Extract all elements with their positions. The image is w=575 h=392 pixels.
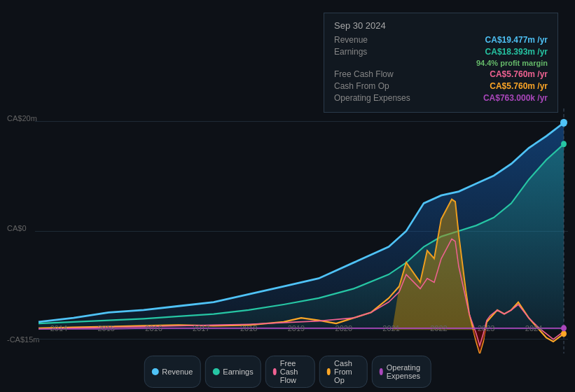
revenue-cursor-dot: [560, 119, 567, 127]
tooltip-date: Sep 30 2024: [334, 20, 548, 31]
x-label-2021: 2021: [382, 324, 399, 332]
data-tooltip: Sep 30 2024 Revenue CA$19.477m /yr Earni…: [324, 13, 558, 113]
x-label-2024: 2024: [525, 324, 542, 332]
legend-cashfromop[interactable]: Cash From Op: [319, 356, 367, 388]
legend-earnings-dot: [212, 368, 219, 375]
earnings-cursor-dot: [561, 141, 567, 147]
legend-freecashflow-dot: [273, 368, 277, 375]
tooltip-margin: 94.4% profit margin: [334, 59, 548, 67]
legend-opex-dot: [379, 368, 382, 375]
tooltip-earnings: Earnings CA$18.393m /yr: [334, 47, 548, 57]
tooltip-cashfromop: Cash From Op CA$5.760m /yr: [334, 81, 548, 91]
legend-revenue-dot: [151, 368, 158, 375]
x-label-2022: 2022: [430, 324, 447, 332]
legend-revenue[interactable]: Revenue: [144, 356, 200, 388]
legend-revenue-label: Revenue: [162, 368, 193, 376]
legend-earnings[interactable]: Earnings: [205, 356, 261, 388]
legend-opex[interactable]: Operating Expenses: [371, 356, 431, 388]
legend-freecashflow[interactable]: Free Cash Flow: [265, 356, 315, 388]
tooltip-opex: Operating Expenses CA$763.000k /yr: [334, 93, 548, 103]
x-label-2016: 2016: [145, 324, 162, 332]
x-label-2020: 2020: [335, 324, 352, 332]
tooltip-revenue: Revenue CA$19.477m /yr: [334, 35, 548, 45]
cashfromop-negative-area: [473, 330, 487, 354]
chart-legend: Revenue Earnings Free Cash Flow Cash Fro…: [144, 356, 431, 392]
x-label-2023: 2023: [478, 324, 494, 332]
tooltip-freecashflow: Free Cash Flow CA$5.760m /yr: [334, 69, 548, 79]
x-axis: 2014 2015 2016 2017 2018 2019 2020 2021 …: [0, 324, 575, 332]
chart-area: CA$20m CA$0 -CA$15m: [0, 108, 575, 354]
chart-svg: [0, 108, 575, 354]
x-label-2014: 2014: [50, 324, 67, 332]
legend-cashfromop-label: Cash From Op: [334, 359, 359, 384]
legend-cashfromop-dot: [327, 368, 331, 375]
x-label-2015: 2015: [97, 324, 114, 332]
x-label-2017: 2017: [193, 324, 209, 332]
legend-freecashflow-label: Free Cash Flow: [280, 359, 307, 384]
legend-earnings-label: Earnings: [223, 368, 253, 376]
legend-opex-label: Operating Expenses: [387, 363, 424, 380]
x-label-2019: 2019: [288, 324, 305, 332]
x-label-2018: 2018: [240, 324, 257, 332]
